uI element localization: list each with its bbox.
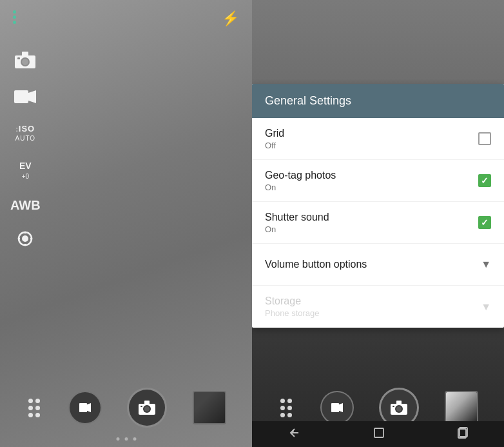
svg-rect-22 xyxy=(393,406,394,407)
grid-setting-item[interactable]: Grid Off xyxy=(252,118,504,160)
grid-setting-name: Grid xyxy=(265,128,478,139)
volume-button-text: Volume button options xyxy=(265,259,481,270)
geotag-setting-value: On xyxy=(265,183,478,192)
apps-button[interactable] xyxy=(26,396,43,420)
svg-rect-12 xyxy=(144,401,150,405)
android-nav-bar xyxy=(252,421,504,447)
video-shutter-button[interactable] xyxy=(68,391,102,424)
awb-button[interactable]: AWB xyxy=(10,199,41,212)
shutter-sound-checkbox[interactable]: ✓ xyxy=(478,216,491,229)
svg-point-7 xyxy=(22,235,28,242)
iso-button[interactable]: :ISO AUTO xyxy=(15,124,36,143)
geotag-setting-text: Geo-tag photos On xyxy=(265,170,478,192)
thumbnail-button-right[interactable] xyxy=(445,391,478,424)
thumbnail-button[interactable] xyxy=(193,391,226,424)
left-controls: :ISO AUTO EV +0 AWB xyxy=(10,52,41,250)
svg-point-3 xyxy=(22,59,28,65)
svg-rect-23 xyxy=(374,428,383,437)
svg-rect-15 xyxy=(141,406,142,407)
shutter-sound-setting-item[interactable]: Shutter sound On ✓ xyxy=(252,202,504,244)
svg-point-14 xyxy=(144,406,150,412)
svg-marker-17 xyxy=(339,403,343,412)
home-button[interactable] xyxy=(365,424,393,444)
svg-rect-4 xyxy=(17,57,20,59)
storage-text: Storage Phone storage xyxy=(265,295,481,318)
geotag-setting-item[interactable]: Geo-tag photos On ✓ xyxy=(252,160,504,202)
geotag-checkbox[interactable]: ✓ xyxy=(478,174,491,187)
svg-marker-6 xyxy=(28,90,36,103)
svg-marker-10 xyxy=(87,403,91,412)
back-button[interactable] xyxy=(280,424,309,445)
dot-2 xyxy=(13,15,16,19)
dot-1 xyxy=(13,10,16,14)
shutter-sound-name: Shutter sound xyxy=(265,212,478,223)
video-mode-button[interactable] xyxy=(14,89,36,106)
right-camera-panel: General Settings Grid Off Geo-tag photos… xyxy=(252,0,504,447)
grid-setting-text: Grid Off xyxy=(265,128,478,150)
ev-button[interactable]: EV +0 xyxy=(19,161,32,181)
settings-title: General Settings xyxy=(265,94,491,108)
top-bar-left: ⚡ xyxy=(0,0,252,35)
apps-button-right[interactable] xyxy=(278,396,295,420)
bottom-bar-left xyxy=(0,388,252,428)
volume-dropdown-arrow: ▼ xyxy=(481,259,491,270)
svg-point-21 xyxy=(396,406,402,412)
storage-value: Phone storage xyxy=(265,308,481,318)
settings-panel: General Settings Grid Off Geo-tag photos… xyxy=(252,84,504,328)
storage-dropdown-arrow: ▼ xyxy=(481,301,491,313)
svg-rect-19 xyxy=(396,401,402,405)
svg-rect-9 xyxy=(79,403,87,412)
grid-checkbox[interactable] xyxy=(478,132,491,145)
left-camera-panel: ⚡ xyxy=(0,0,252,447)
camera-shutter-button[interactable] xyxy=(127,388,167,428)
grid-setting-value: Off xyxy=(265,141,478,150)
svg-rect-1 xyxy=(22,52,28,57)
svg-rect-5 xyxy=(14,90,28,103)
storage-name: Storage xyxy=(265,295,481,307)
svg-rect-16 xyxy=(331,403,339,412)
flash-icon[interactable]: ⚡ xyxy=(219,8,242,30)
storage-setting-item[interactable]: Storage Phone storage ▼ xyxy=(252,286,504,328)
top-bar-right xyxy=(252,0,504,13)
settings-icon[interactable] xyxy=(16,230,34,250)
camera-mode-button[interactable] xyxy=(15,52,35,71)
geotag-setting-name: Geo-tag photos xyxy=(265,170,478,181)
volume-button-setting-item[interactable]: Volume button options ▼ xyxy=(252,244,504,286)
menu-dots-button[interactable] xyxy=(10,8,19,26)
settings-header: General Settings xyxy=(252,84,504,118)
recents-button[interactable] xyxy=(450,424,476,444)
dot-3 xyxy=(13,21,16,24)
video-shutter-button-right[interactable] xyxy=(320,391,354,424)
shutter-sound-value: On xyxy=(265,224,478,234)
shutter-sound-text: Shutter sound On xyxy=(265,212,478,234)
volume-button-name: Volume button options xyxy=(265,259,481,270)
